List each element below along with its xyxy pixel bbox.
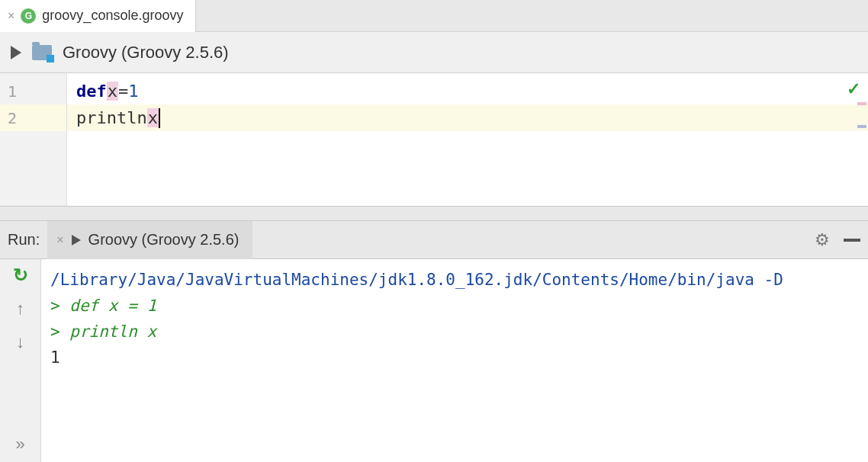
error-stripe <box>856 73 868 206</box>
console-output-line: 1 <box>50 345 859 371</box>
run-button-icon[interactable] <box>11 46 21 59</box>
code-area[interactable]: def x = 1println x <box>67 73 868 206</box>
console-command-line: /Library/Java/JavaVirtualMachines/jdk1.8… <box>50 267 859 293</box>
text-cursor <box>159 108 160 128</box>
run-panel-header: Run: × Groovy (Groovy 2.5.6) ⚙ <box>0 221 868 259</box>
stripe-marker[interactable] <box>857 102 866 105</box>
console-input-line: > println x <box>50 319 859 345</box>
rerun-icon[interactable]: ↻ <box>11 265 31 285</box>
console-input-text: println x <box>69 322 156 341</box>
minimize-panel-icon[interactable] <box>844 239 860 242</box>
code-token: x <box>147 108 159 127</box>
line-gutter: 1 2 <box>0 73 67 206</box>
close-run-tab-icon[interactable]: × <box>56 233 63 247</box>
code-line[interactable]: def x = 1 <box>67 78 868 104</box>
line-number: 1 <box>0 78 66 104</box>
gear-icon[interactable]: ⚙ <box>815 230 830 250</box>
module-folder-icon <box>32 45 52 60</box>
editor-tab[interactable]: × G groovy_console.groovy <box>0 0 196 32</box>
code-token: = <box>118 82 128 101</box>
editor-toolbar: Groovy (Groovy 2.5.6) <box>0 32 868 73</box>
run-panel-label: Run: <box>8 231 40 249</box>
close-tab-icon[interactable]: × <box>8 9 14 23</box>
code-token: x <box>107 82 118 101</box>
groovy-file-icon: G <box>21 8 36 24</box>
play-icon <box>72 235 81 245</box>
console-input-line: > def x = 1 <box>50 293 859 319</box>
code-editor[interactable]: 1 2 def x = 1println x ✓ <box>0 73 868 206</box>
code-token: 1 <box>128 82 138 101</box>
run-config-label: Groovy (Groovy 2.5.6) <box>88 231 240 249</box>
console-output[interactable]: /Library/Java/JavaVirtualMachines/jdk1.8… <box>41 259 868 462</box>
line-number: 2 <box>0 104 66 131</box>
run-config-tab[interactable]: × Groovy (Groovy 2.5.6) <box>47 221 252 259</box>
more-icon[interactable]: » <box>11 435 31 454</box>
down-arrow-icon[interactable]: ↓ <box>11 332 31 352</box>
console-toolbar: ↻ ↑ ↓ » <box>0 259 41 462</box>
console-input-text: def x = 1 <box>69 297 156 315</box>
code-line[interactable]: println x <box>67 104 868 131</box>
editor-tab-bar: × G groovy_console.groovy <box>0 0 868 32</box>
up-arrow-icon[interactable]: ↑ <box>11 299 31 319</box>
run-console-wrap: ↻ ↑ ↓ » /Library/Java/JavaVirtualMachine… <box>0 259 868 462</box>
code-token: println <box>76 108 147 127</box>
panel-divider[interactable] <box>0 206 868 221</box>
tab-filename: groovy_console.groovy <box>42 8 183 24</box>
stripe-marker[interactable] <box>857 125 866 128</box>
code-token: def <box>76 82 107 101</box>
prompt: > <box>50 297 69 315</box>
breadcrumb[interactable]: Groovy (Groovy 2.5.6) <box>63 43 229 63</box>
prompt: > <box>50 322 69 341</box>
